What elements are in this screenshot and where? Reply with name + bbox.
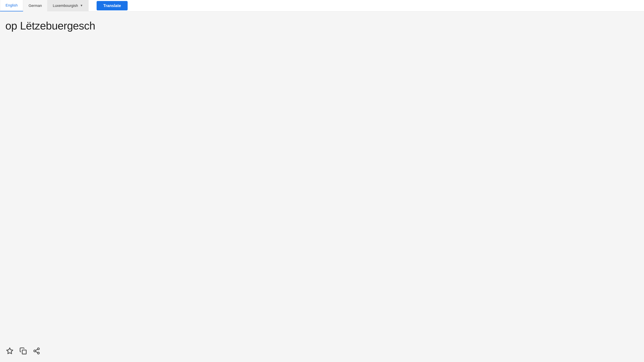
tab-english[interactable]: English <box>0 0 23 11</box>
share-translation-button[interactable] <box>32 347 41 355</box>
save-translation-button[interactable] <box>5 347 14 355</box>
share-icon <box>33 347 40 355</box>
svg-point-2 <box>38 348 40 350</box>
svg-line-5 <box>36 352 38 353</box>
translate-button[interactable]: Translate <box>96 1 128 10</box>
tab-german[interactable]: German <box>23 0 47 11</box>
copy-icon <box>20 347 27 355</box>
translated-text: op Lëtzebuergesch <box>5 19 639 340</box>
svg-marker-0 <box>7 348 13 354</box>
copy-translation-button[interactable] <box>19 347 28 355</box>
action-icons-bar <box>5 347 639 355</box>
translation-panel: op Lëtzebuergesch <box>0 11 644 362</box>
svg-point-3 <box>34 350 36 352</box>
svg-rect-1 <box>22 350 26 354</box>
chevron-down-icon: ▼ <box>80 4 83 7</box>
svg-line-6 <box>36 349 38 351</box>
tab-luxembourgish[interactable]: Luxembourgish ▼ <box>48 0 88 11</box>
svg-point-4 <box>38 352 40 354</box>
tab-luxembourgish-label: Luxembourgish <box>53 3 78 8</box>
language-selector-bar: English German Luxembourgish ▼ Translate <box>0 0 644 11</box>
star-icon <box>6 347 14 355</box>
